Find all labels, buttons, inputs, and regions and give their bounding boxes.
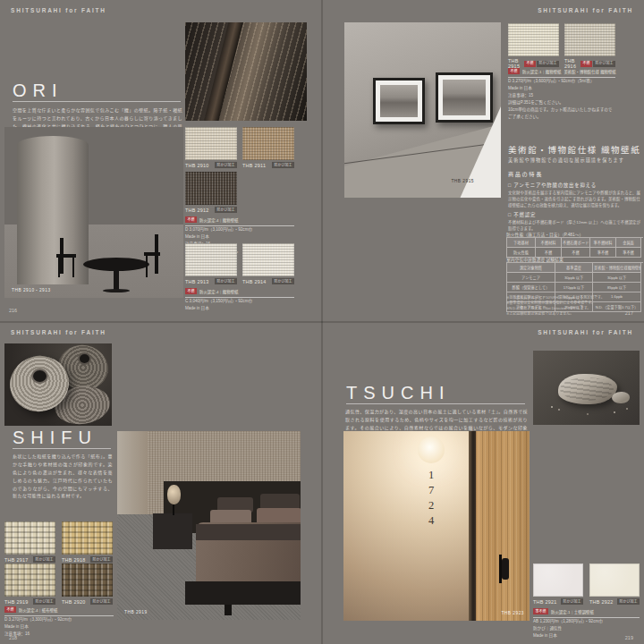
- feature2-body: 不燃材料および不燃石膏ボード（厚さ12mm 以上）への施工で不燃認定が取得できま…: [508, 219, 640, 232]
- page-ori: SHITSURAHI for FAITH ORI 空間を上質な佇まいと柔らかな雰…: [0, 0, 322, 322]
- cell: 美術館・博物館仕様織物壁紙: [593, 263, 641, 273]
- page-number: 217: [625, 310, 633, 316]
- brand-header: SHITSURAHI for FAITH: [538, 329, 633, 335]
- function-badge: 防かび加工: [215, 162, 237, 168]
- function-badge: 防かび加工: [593, 61, 615, 67]
- spec-price: D 3,070円/m（3,100円/㎡）・92cm巾: [185, 226, 294, 233]
- door-handle: [502, 558, 509, 580]
- picture-frame: [373, 78, 425, 124]
- swatch-thb-2919: [4, 564, 55, 597]
- swatch-thb-2915: [508, 23, 559, 56]
- sample-code: THB 2912: [185, 208, 209, 213]
- cell: 不燃: [562, 248, 590, 258]
- cell: 不燃材料: [536, 238, 562, 248]
- feature2-title: □ 不燃認定: [508, 211, 536, 218]
- sample-tile: THB 2912 防かび加工: [185, 172, 237, 213]
- sample-tile: THB 2917 防かび加工: [4, 521, 55, 563]
- spec-type: 防火認定-4｜織物壁紙: [199, 289, 238, 294]
- cell: アンモニア: [507, 273, 555, 283]
- swatch-thb-2913: [185, 243, 237, 276]
- photo-label: THB 2919: [124, 610, 148, 614]
- bed-leg: [225, 605, 232, 615]
- table-pedestal: [114, 267, 119, 290]
- seascape-art: [443, 80, 486, 115]
- fire-rating-badge: 不燃: [524, 61, 536, 67]
- loom-photo: [185, 22, 307, 121]
- page-number: 218: [9, 635, 17, 640]
- swatch-thb-2920: [62, 564, 113, 597]
- sample-code: THB 2920: [62, 599, 86, 605]
- feature1-body: 文化財や美術品を展示する室内環境にアンモニアや酢酸が含まれると、展示物の劣化や変…: [508, 190, 640, 208]
- sample-code: THB 2919: [4, 599, 29, 605]
- picture-frame: [436, 72, 493, 123]
- brand-header: SHITSURAHI for FAITH: [11, 7, 106, 13]
- sample-tile: THB 2910 防かび加工: [185, 127, 237, 168]
- swatch-thb-2921: [533, 564, 583, 597]
- swatch-thb-2916: [564, 23, 615, 56]
- photo-label: THB 2910・2913: [12, 286, 51, 292]
- cell: 下地基材: [507, 238, 536, 248]
- cell: 測定対象物質: [507, 263, 555, 273]
- clay-crumbs: [551, 406, 553, 408]
- sample-code: THB 2911: [242, 163, 266, 168]
- nightstand: [153, 513, 192, 549]
- bedroom-photo: THB 2919: [117, 431, 301, 620]
- cell: 基準濃度: [555, 263, 593, 273]
- spec-price: D 3,270円/m（3,600円/㎡）・92cm巾（5m/巻）: [508, 78, 615, 85]
- cell: 酢酸（保管庫として）: [507, 283, 555, 292]
- sample-code: THB 2914: [242, 279, 267, 284]
- spec-price: C 3,040円/m（3,150円/㎡）・92cm巾: [185, 298, 294, 305]
- spec-origin: Made in 日本: [4, 623, 114, 631]
- title-rule: [346, 403, 525, 404]
- sample-tile: THB 2911 防かび加工: [242, 127, 294, 168]
- function-badge: 防かび加工: [90, 598, 113, 605]
- seascape-art: [380, 85, 418, 117]
- cell: 準不燃材料: [590, 238, 616, 248]
- chair-leg: [146, 256, 148, 277]
- sample-tile: THB 2916 不燃 防かび加工: [564, 23, 615, 69]
- sample-tile: THB 2918 防かび加工: [62, 521, 113, 563]
- function-badge: 防かび加工: [90, 556, 113, 563]
- loom-threads: [185, 22, 307, 121]
- spec-type: 防火認定-1｜織物壁紙: [522, 69, 561, 74]
- cone-hole: [33, 370, 47, 382]
- fire-rating-badge: 不燃: [580, 61, 592, 67]
- page-seam-horizontal: [0, 321, 644, 323]
- photo-label: THB 2915: [451, 179, 474, 183]
- room-number: 1724: [424, 469, 437, 530]
- cell: 不燃石膏ボード: [562, 238, 590, 248]
- section-title: TSUCHI: [346, 383, 450, 403]
- sample-code: THB 2921: [533, 599, 557, 605]
- glass-lamp: [167, 485, 181, 504]
- fire-rating-badge: 不燃: [185, 288, 197, 294]
- swatch-thb-2912: [185, 172, 237, 205]
- function-badge: 防かび加工: [33, 598, 55, 605]
- sample-code: THB 2910: [185, 163, 209, 168]
- sample-code: THB 2918: [62, 557, 86, 563]
- sample-tile: THB 2919 防かび加工: [4, 564, 55, 605]
- sample-tile: THB 2913 防かび加工: [185, 243, 237, 284]
- plaster-wall: [343, 431, 475, 621]
- sample-tile: THB 2914 防かび加工: [242, 243, 294, 284]
- function-badge: 防かび加工: [561, 598, 583, 605]
- brand-header: SHITSURAHI for FAITH: [11, 329, 106, 335]
- features-title: 商品の特長: [508, 170, 543, 178]
- sample-code: THB 2917: [4, 557, 29, 563]
- spec-origin: Made in 日本: [533, 632, 640, 640]
- spec-type: 防火認定-4｜織物壁紙: [199, 217, 238, 223]
- swatch-thb-2918: [62, 521, 113, 555]
- clay-striation: [560, 377, 614, 401]
- function-badge: 防かび加工: [215, 207, 237, 213]
- swatch-thb-2914: [242, 243, 294, 276]
- cell: 金属面: [616, 238, 641, 248]
- title-rule: [13, 101, 181, 102]
- function-badge: 防かび加工: [272, 162, 294, 168]
- swatch-thb-2911: [242, 127, 294, 160]
- cell: 準不燃: [616, 248, 641, 258]
- fabric-column: [17, 136, 89, 284]
- swatch-thb-2922: [589, 564, 640, 597]
- spec-caution: 注意事項：15: [508, 92, 615, 99]
- cell: 30ppb 以下: [555, 273, 593, 283]
- clay-fragment: [612, 392, 630, 403]
- feature1-title: □ アンモニアや酢酸の放出を抑える: [508, 182, 597, 189]
